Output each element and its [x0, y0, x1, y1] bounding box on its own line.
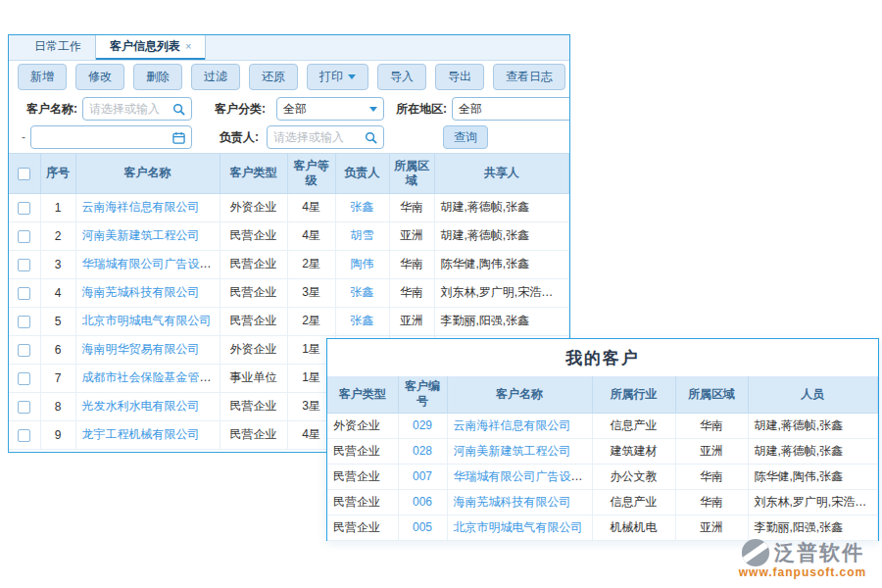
search-icon[interactable]	[365, 131, 377, 144]
cell-region: 华南	[389, 278, 434, 307]
owner-link[interactable]: 张鑫	[351, 285, 374, 299]
tab-daily-work[interactable]: 日常工作	[21, 34, 95, 60]
row-select-cell	[9, 278, 40, 307]
filter-bar: 客户名称: 客户分类: 全部 所在地区: 全部 - 负责人: 查询	[9, 92, 569, 154]
selected-value: 全部	[283, 101, 369, 118]
export-button[interactable]: 导出	[435, 64, 484, 90]
tab-customer-info-list[interactable]: 客户信息列表×	[95, 34, 206, 60]
customer-name-input[interactable]	[89, 98, 172, 120]
row-checkbox[interactable]	[18, 259, 30, 271]
table-row[interactable]: 民营企业005北京市明城电气有限公司机械机电亚洲李勤丽,阳强,张鑫	[327, 514, 878, 540]
my-customers-table: 客户类型 客户编号 客户名称 所属行业 所属区域 人员 外资企业029云南海祥信…	[327, 376, 878, 541]
cell-name: 北京市明城电气有限公司	[447, 514, 592, 540]
add-button[interactable]: 新增	[18, 64, 67, 90]
cell-type: 民营企业	[220, 250, 287, 278]
row-checkbox[interactable]	[18, 429, 30, 442]
cell-num: 3	[40, 250, 75, 278]
fanpu-logo-icon	[741, 538, 770, 567]
owner-link[interactable]: 张鑫	[351, 314, 374, 327]
code-link[interactable]: 007	[413, 469, 432, 483]
toolbar: 新增 修改 删除 过滤 还原 打印 导入 导出 查看日志	[9, 61, 569, 92]
view-log-button[interactable]: 查看日志	[493, 64, 565, 90]
cell-grade: 3星	[287, 278, 335, 307]
cell-name: 云南海祥信息有限公司	[75, 193, 220, 221]
name-link[interactable]: 华瑞城有限公司广告设计部	[454, 469, 593, 483]
table-row[interactable]: 2河南美新建筑工程公司民营企业4星胡雪亚洲胡建,蒋德帧,张鑫	[9, 221, 569, 250]
cell-name: 海南明华贸易有限公司	[75, 335, 220, 364]
name-link[interactable]: 光发水利水电有限公司	[82, 399, 200, 413]
row-checkbox[interactable]	[18, 287, 30, 300]
cell-name: 河南美新建筑工程公司	[447, 438, 592, 464]
table-row[interactable]: 外资企业029云南海祥信息有限公司信息产业华南胡建,蒋德帧,张鑫	[327, 413, 878, 438]
cell-name: 龙宇工程机械有限公司	[75, 420, 220, 449]
table-row[interactable]: 4海南芜城科技有限公司民营企业3星张鑫华南刘东林,罗广明,宋浩然,张鑫	[9, 278, 569, 307]
select-all-checkbox[interactable]	[18, 168, 30, 180]
owner-link[interactable]: 胡雪	[351, 228, 374, 242]
col-num: 序号	[40, 154, 75, 193]
row-checkbox[interactable]	[18, 372, 30, 385]
owner-link[interactable]: 陶伟	[351, 257, 374, 270]
name-link[interactable]: 云南海祥信息有限公司	[454, 418, 571, 432]
row-checkbox[interactable]	[18, 230, 30, 243]
name-link[interactable]: 云南海祥信息有限公司	[82, 200, 200, 214]
restore-button[interactable]: 还原	[249, 64, 298, 90]
cell-region: 华南	[389, 250, 434, 278]
edit-button[interactable]: 修改	[75, 64, 124, 90]
cell-name: 云南海祥信息有限公司	[447, 413, 592, 438]
search-button[interactable]: 查询	[443, 125, 488, 149]
filter-button[interactable]: 过滤	[191, 64, 240, 90]
import-button[interactable]: 导入	[377, 64, 426, 90]
code-link[interactable]: 029	[413, 418, 432, 432]
name-link[interactable]: 海南明华贸易有限公司	[82, 342, 200, 356]
select-all-cell	[9, 154, 40, 193]
cell-num: 4	[40, 278, 75, 307]
close-icon[interactable]: ×	[185, 40, 191, 52]
name-link[interactable]: 河南美新建筑工程公司	[454, 444, 571, 458]
cell-industry: 信息产业	[592, 413, 675, 438]
delete-button[interactable]: 删除	[133, 64, 182, 90]
calendar-icon[interactable]	[172, 131, 185, 144]
table-row[interactable]: 民营企业028河南美新建筑工程公司建筑建材亚洲胡建,蒋德帧,张鑫	[327, 438, 878, 464]
customer-name-input-wrap	[82, 97, 192, 121]
search-icon[interactable]	[172, 103, 185, 116]
name-link[interactable]: 龙宇工程机械有限公司	[82, 427, 200, 441]
col-name: 客户名称	[447, 376, 592, 413]
tab-strip: 日常工作 客户信息列表×	[9, 35, 569, 61]
table-row[interactable]: 5北京市明城电气有限公司民营企业2星张鑫亚洲李勤丽,阳强,张鑫	[9, 307, 569, 335]
cell-name: 海南芜城科技有限公司	[447, 489, 592, 514]
cell-industry: 办公文教	[592, 464, 675, 489]
cell-region: 华南	[389, 193, 434, 221]
row-checkbox[interactable]	[18, 401, 30, 414]
print-button[interactable]: 打印	[307, 64, 368, 90]
owner-input[interactable]	[273, 126, 365, 148]
cell-people: 陈华健,陶伟,张鑫	[748, 464, 878, 489]
cell-num: 5	[40, 307, 75, 335]
name-link[interactable]: 成都市社会保险基金管理...	[82, 370, 220, 384]
region-select[interactable]: 全部	[452, 97, 570, 121]
tab-label: 日常工作	[34, 39, 81, 53]
cell-type: 民营企业	[327, 514, 398, 540]
cell-type: 民营企业	[220, 392, 287, 420]
name-link[interactable]: 北京市明城电气有限公司	[454, 520, 583, 534]
row-checkbox[interactable]	[18, 316, 30, 328]
table-row[interactable]: 3华瑞城有限公司广告设计部民营企业2星陶伟华南陈华健,陶伟,张鑫	[9, 250, 569, 278]
code-link[interactable]: 006	[413, 495, 432, 509]
name-link[interactable]: 河南美新建筑工程公司	[82, 228, 200, 242]
table-row[interactable]: 民营企业007华瑞城有限公司广告设计部办公文教华南陈华健,陶伟,张鑫	[327, 464, 878, 489]
table-row[interactable]: 1云南海祥信息有限公司外资企业4星张鑫华南胡建,蒋德帧,张鑫	[9, 193, 569, 221]
cell-code: 006	[398, 489, 447, 514]
date-input[interactable]	[37, 126, 172, 148]
row-checkbox[interactable]	[18, 344, 30, 357]
name-link[interactable]: 华瑞城有限公司广告设计部	[82, 257, 220, 270]
customer-category-select[interactable]: 全部	[276, 97, 384, 121]
cell-region: 华南	[675, 413, 748, 438]
owner-link[interactable]: 张鑫	[351, 200, 374, 214]
code-link[interactable]: 005	[413, 520, 432, 534]
name-link[interactable]: 北京市明城电气有限公司	[82, 314, 212, 327]
cell-code: 029	[398, 413, 447, 438]
table-row[interactable]: 民营企业006海南芜城科技有限公司信息产业华南刘东林,罗广明,宋浩然,...	[327, 489, 878, 514]
code-link[interactable]: 028	[413, 444, 432, 458]
name-link[interactable]: 海南芜城科技有限公司	[454, 495, 571, 509]
name-link[interactable]: 海南芜城科技有限公司	[82, 285, 200, 299]
row-checkbox[interactable]	[18, 202, 30, 215]
